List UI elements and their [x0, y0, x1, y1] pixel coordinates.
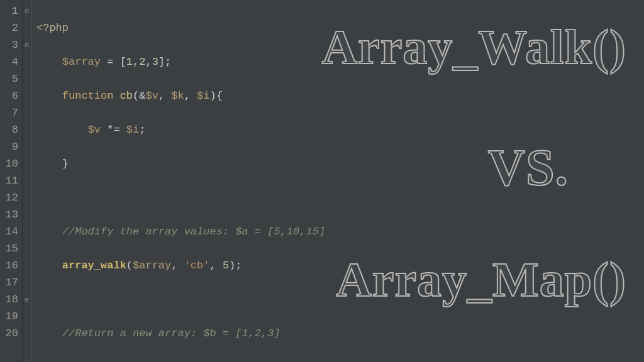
line-number: 15 [3, 240, 18, 257]
line-number-gutter: 1 2 3 4 5 6 7 8 9 10 11 12 13 14 15 16 1… [0, 0, 23, 362]
fold-spacer [23, 53, 31, 70]
line-number: 6 [3, 87, 18, 104]
fold-spacer [23, 172, 31, 189]
line-number: 10 [3, 155, 18, 172]
line-number: 5 [3, 70, 18, 87]
fold-spacer [23, 155, 31, 172]
line-number: 9 [3, 138, 18, 155]
line-number: 20 [3, 325, 18, 342]
fold-toggle-icon[interactable]: ⊟ [23, 36, 31, 53]
fold-spacer [23, 274, 31, 291]
php-open-tag: <?php [36, 22, 69, 34]
code-line: $v *= $i; [36, 121, 644, 138]
line-number: 4 [3, 53, 18, 70]
fold-spacer [23, 240, 31, 257]
code-line: function cb(&$v, $k, $i){ [36, 87, 644, 104]
line-number: 13 [3, 206, 18, 223]
fold-column: ⊟ ⊟ ⊟ [23, 0, 31, 362]
line-number: 11 [3, 172, 18, 189]
line-number: 18 [3, 291, 18, 308]
fold-spacer [23, 104, 31, 121]
code-line: <?php [36, 19, 644, 36]
line-number: 7 [3, 104, 18, 121]
fold-spacer [23, 325, 31, 342]
fold-spacer [23, 206, 31, 223]
fold-spacer [23, 223, 31, 240]
line-number: 16 [3, 257, 18, 274]
fold-spacer [23, 189, 31, 206]
code-line: //Modify the array values: $a = [5,10,15… [36, 223, 644, 240]
line-number: 1 [3, 3, 18, 19]
code-line [36, 291, 644, 308]
line-number: 8 [3, 121, 18, 138]
code-line: } [36, 155, 644, 172]
line-number: 12 [3, 189, 18, 206]
fold-spacer [23, 308, 31, 325]
fold-toggle-icon[interactable]: ⊟ [23, 3, 31, 19]
fold-spacer [23, 87, 31, 104]
code-line [36, 189, 644, 206]
fold-spacer [23, 257, 31, 274]
code-line: $b = array_map( (fn($v) => $v /5), $arra… [36, 359, 644, 362]
code-line: array_walk($array, 'cb', 5); [36, 257, 644, 274]
code-line: $array = [1,2,3]; [36, 53, 644, 70]
fold-spacer [23, 19, 31, 36]
line-number: 14 [3, 223, 18, 240]
line-number: 3 [3, 36, 18, 53]
line-number: 19 [3, 308, 18, 325]
fold-spacer [23, 138, 31, 155]
line-number: 2 [3, 19, 18, 36]
code-editor[interactable]: <?php $array = [1,2,3]; function cb(&$v,… [31, 0, 644, 362]
line-number: 17 [3, 274, 18, 291]
fold-spacer [23, 121, 31, 138]
code-line: //Return a new array: $b = [1,2,3] [36, 325, 644, 342]
fold-toggle-icon[interactable]: ⊟ [23, 291, 31, 308]
fold-spacer [23, 70, 31, 87]
